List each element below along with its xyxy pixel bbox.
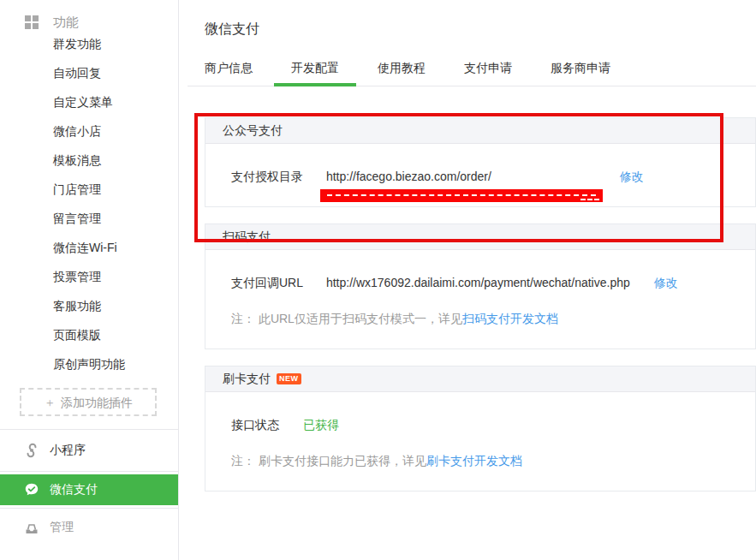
sidebar-item-wechat-pay[interactable]: 微信支付: [0, 474, 178, 505]
new-badge: NEW: [277, 373, 301, 384]
section-qr-pay: 扫码支付 支付回调URL http://wx176092.dailaimi.co…: [205, 223, 756, 349]
section-body: 支付授权目录 http://facego.biezao.com/order/ 修…: [205, 144, 755, 206]
modify-link[interactable]: 修改: [654, 276, 678, 289]
sidebar-item-wechat-store[interactable]: 微信小店: [0, 116, 178, 146]
sidebar-item-original-statement[interactable]: 原创声明功能: [0, 349, 178, 378]
card-pay-doc-link[interactable]: 刷卡支付开发文档: [426, 454, 522, 468]
features-grid-icon: [24, 15, 39, 30]
plus-icon: ＋: [44, 396, 56, 409]
note-text: 注： 刷卡支付接口能力已获得，详见: [231, 454, 426, 468]
section-card-pay: 刷卡支付 NEW 接口状态 已获得 注： 刷卡支付接口能力已获得，详见刷卡支付开…: [205, 366, 756, 491]
section-header: 刷卡支付 NEW: [205, 366, 755, 392]
section-title: 刷卡支付: [223, 366, 271, 391]
note-row: 注： 刷卡支付接口能力已获得，详见刷卡支付开发文档: [231, 452, 729, 469]
tab-dev-config[interactable]: 开发配置: [274, 56, 356, 86]
sidebar-item-page-template[interactable]: 页面模版: [0, 320, 178, 349]
config-row: 支付授权目录 http://facego.biezao.com/order/ 修…: [231, 168, 729, 185]
section-official-account-pay: 公众号支付 支付授权目录 http://facego.biezao.com/or…: [205, 117, 756, 207]
wechat-pay-icon: [24, 482, 39, 497]
tab-merchant-info[interactable]: 商户信息: [188, 56, 270, 86]
main-content: 微信支付 商户信息 开发配置 使用教程 支付申请 服务商申请 公众号支付 支付授…: [179, 0, 756, 560]
sidebar-menu: 群发功能 自动回复 自定义菜单 微信小店 模板消息 门店管理 留言管理 微信连W…: [0, 29, 178, 378]
sidebar-item-template-message[interactable]: 模板消息: [0, 146, 178, 175]
note-row: 注： 此URL仅适用于扫码支付模式一，详见扫码支付开发文档: [231, 310, 729, 327]
add-plugin-button[interactable]: ＋添加功能插件: [20, 388, 157, 416]
section-title: 公众号支付: [223, 118, 283, 143]
sidebar-item-customer-service[interactable]: 客服功能: [0, 291, 178, 320]
sidebar: 功能 群发功能 自动回复 自定义菜单 微信小店 模板消息 门店管理 留言管理 微…: [0, 0, 179, 560]
sidebar-item-mass-send[interactable]: 群发功能: [0, 29, 178, 58]
tab-service-provider-apply[interactable]: 服务商申请: [533, 56, 628, 86]
manage-tray-icon: [24, 520, 39, 535]
sidebar-item-store-management[interactable]: 门店管理: [0, 175, 178, 204]
mini-program-label: 小程序: [50, 443, 86, 458]
section-body: 支付回调URL http://wx176092.dailaimi.com/pay…: [205, 250, 755, 349]
sidebar-item-custom-menu[interactable]: 自定义菜单: [0, 87, 178, 116]
callback-url-label: 支付回调URL: [231, 274, 323, 291]
red-redaction-bar: [320, 189, 603, 202]
wechat-pay-label: 微信支付: [50, 482, 98, 497]
sidebar-divider: [0, 471, 178, 472]
sidebar-item-comment-management[interactable]: 留言管理: [0, 204, 178, 233]
sidebar-item-wifi[interactable]: 微信连Wi-Fi: [0, 233, 178, 262]
features-label: 功能: [53, 15, 79, 31]
sidebar-item-mini-program[interactable]: 小程序: [0, 430, 178, 471]
qr-pay-doc-link[interactable]: 扫码支付开发文档: [462, 312, 558, 325]
mini-program-icon: [24, 443, 39, 458]
sidebar-section-features[interactable]: 功能: [0, 0, 178, 29]
page-title: 微信支付: [205, 21, 756, 39]
section-header: 扫码支付: [205, 224, 755, 250]
tab-bar: 商户信息 开发配置 使用教程 支付申请 服务商申请: [188, 56, 756, 86]
section-title: 扫码支付: [223, 224, 271, 249]
config-row: 支付回调URL http://wx176092.dailaimi.com/pay…: [231, 274, 729, 291]
api-status-value: 已获得: [303, 416, 339, 433]
section-body: 接口状态 已获得 注： 刷卡支付接口能力已获得，详见刷卡支付开发文档: [205, 392, 755, 491]
sidebar-item-auto-reply[interactable]: 自动回复: [0, 58, 178, 87]
section-header: 公众号支付: [205, 118, 755, 144]
note-text: 注： 此URL仅适用于扫码支付模式一，详见: [231, 312, 462, 325]
tab-tutorial[interactable]: 使用教程: [360, 56, 443, 86]
sidebar-item-vote-management[interactable]: 投票管理: [0, 262, 178, 291]
api-status-label: 接口状态: [231, 416, 300, 433]
sidebar-section-manage[interactable]: 管理: [0, 509, 178, 546]
add-plugin-label: 添加功能插件: [61, 396, 133, 409]
config-row: 接口状态 已获得: [231, 416, 729, 433]
auth-dir-value: http://facego.biezao.com/order/: [326, 168, 596, 185]
callback-url-value: http://wx176092.dailaimi.com/payment/wec…: [326, 274, 630, 291]
modify-link[interactable]: 修改: [620, 170, 644, 183]
auth-dir-label: 支付授权目录: [231, 168, 323, 185]
tab-payment-apply[interactable]: 支付申请: [447, 56, 529, 86]
manage-label: 管理: [50, 520, 74, 535]
